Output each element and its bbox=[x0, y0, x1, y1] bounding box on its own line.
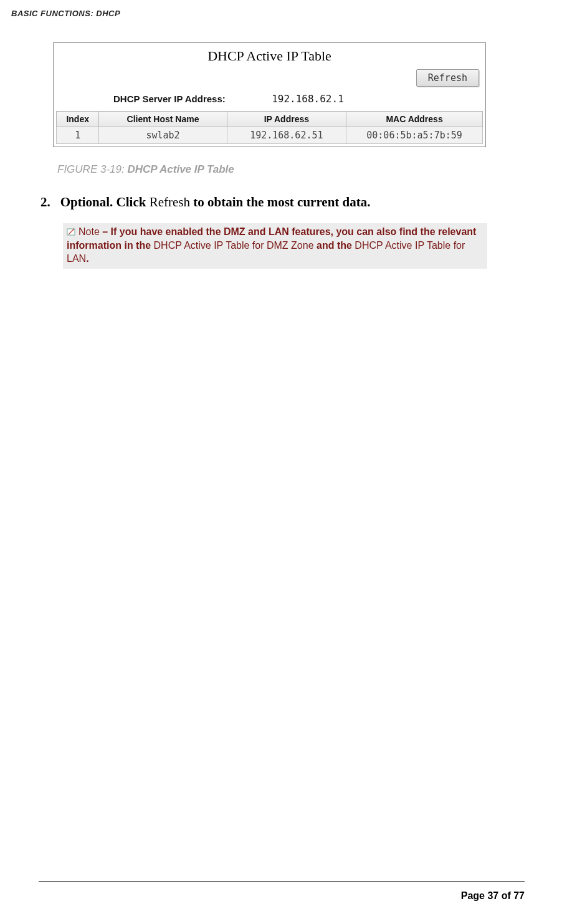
cell-index: 1 bbox=[57, 127, 99, 144]
refresh-row: Refresh bbox=[54, 68, 485, 92]
col-ip: IP Address bbox=[227, 112, 346, 127]
page-footer: Page 37 of 77 bbox=[39, 881, 525, 902]
col-host: Client Host Name bbox=[99, 112, 227, 127]
page-header: BASIC FUNCTIONS: DHCP bbox=[11, 9, 120, 18]
cell-mac: 00:06:5b:a5:7b:59 bbox=[346, 127, 483, 144]
figure-caption: FIGURE 3-19: DHCP Active IP Table bbox=[57, 163, 234, 176]
caption-bold: DHCP Active IP Table bbox=[127, 163, 234, 175]
step-2-line: 2.Optional. Click Refresh to obtain the … bbox=[40, 195, 371, 210]
step-number: 2. bbox=[40, 195, 60, 209]
server-ip-label: DHCP Server IP Address: bbox=[113, 94, 269, 104]
note-icon bbox=[67, 226, 77, 235]
col-mac: MAC Address bbox=[346, 112, 483, 127]
note-r1: DHCP Active IP Table for DMZ Zone bbox=[154, 240, 314, 251]
cell-host: swlab2 bbox=[99, 127, 227, 144]
cell-ip: 192.168.62.51 bbox=[227, 127, 346, 144]
figure-dhcp-active-ip-table: DHCP Active IP Table Refresh DHCP Server… bbox=[53, 42, 486, 147]
note-label: Note bbox=[79, 226, 100, 237]
table-row: 1 swlab2 192.168.62.51 00:06:5b:a5:7b:59 bbox=[57, 127, 483, 144]
note-b3: . bbox=[86, 253, 88, 264]
step-reg: Refresh bbox=[150, 195, 190, 209]
server-ip-row: DHCP Server IP Address: 192.168.62.1 bbox=[54, 92, 485, 111]
table-header-row: Index Client Host Name IP Address MAC Ad… bbox=[57, 112, 483, 127]
col-index: Index bbox=[57, 112, 99, 127]
note-b2: and the bbox=[314, 240, 355, 251]
note-box: Note – If you have enabled the DMZ and L… bbox=[63, 223, 487, 269]
figure-title: DHCP Active IP Table bbox=[54, 43, 485, 68]
dhcp-table: Index Client Host Name IP Address MAC Ad… bbox=[56, 111, 483, 144]
server-ip-value: 192.168.62.1 bbox=[272, 93, 344, 105]
step-bold-a: Optional. Click bbox=[60, 195, 150, 209]
note-dash: – bbox=[100, 226, 111, 237]
svg-point-1 bbox=[73, 229, 74, 230]
step-bold-b: to obtain the most current data. bbox=[190, 195, 371, 209]
refresh-button[interactable]: Refresh bbox=[416, 69, 479, 87]
caption-prefix: FIGURE 3-19: bbox=[57, 163, 127, 175]
